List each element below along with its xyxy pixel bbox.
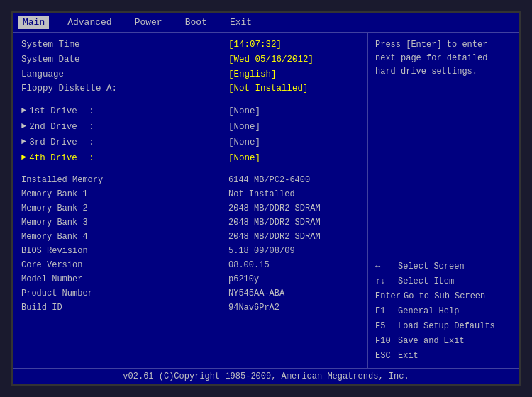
drive-1-arrow: ►: [21, 104, 26, 118]
drive-2-label: 2nd Drive: [29, 120, 86, 134]
shortcut-key-enter: Enter: [375, 290, 401, 303]
shortcut-f1: F1 General Help: [375, 305, 512, 318]
model-number-label: Model Number: [21, 273, 113, 286]
product-number-value: NY545AA-ABA: [228, 287, 365, 300]
drive-2-value[interactable]: [None]: [228, 120, 365, 134]
shortcut-key-arrows-ud: ↑↓: [375, 275, 395, 288]
memory-bank2-value: 2048 MB/DDR2 SDRAM: [228, 202, 365, 215]
floppy-row: Floppy Diskette A:: [21, 82, 217, 96]
drive-3-arrow: ►: [21, 135, 26, 149]
memory-bank2-row: Memory Bank 2: [21, 202, 217, 215]
core-version-row: Core Version: [21, 259, 217, 272]
shortcut-desc-f5: Load Setup Defaults: [398, 320, 495, 332]
core-version-label: Core Version: [21, 259, 113, 272]
monitor: Main Advanced Power Boot Exit System Tim…: [11, 11, 521, 386]
system-time-row: System Time: [21, 38, 217, 52]
system-date-label: System Date: [21, 53, 121, 67]
menu-item-boot[interactable]: Boot: [181, 16, 211, 29]
bios-screen: Main Advanced Power Boot Exit System Tim…: [13, 13, 519, 384]
system-date-row: System Date: [21, 53, 217, 67]
shortcut-key-arrows-lr: ↔: [375, 260, 395, 273]
memory-bank4-value: 2048 MB/DDR2 SDRAM: [228, 230, 365, 243]
drive-4-value[interactable]: [None]: [228, 151, 365, 165]
drive-2-arrow: ►: [21, 120, 26, 133]
shortcut-select-item: ↑↓ Select Item: [375, 275, 512, 288]
language-label: Language: [21, 68, 121, 82]
build-id-row: Build ID: [21, 301, 217, 314]
shortcut-f10: F10 Save and Exit: [375, 335, 512, 347]
menu-bar: Main Advanced Power Boot Exit: [13, 13, 519, 33]
middle-panel: [14:07:32] [Wed 05/16/2012] [English] [N…: [226, 33, 367, 368]
drive-1-value[interactable]: [None]: [228, 104, 365, 118]
drive-1-label: 1st Drive: [29, 104, 86, 118]
shortcut-desc-f10: Save and Exit: [398, 335, 465, 347]
core-version-value: 08.00.15: [228, 259, 365, 272]
installed-memory-row: Installed Memory: [21, 174, 217, 186]
build-id-label: Build ID: [21, 301, 113, 314]
system-date-value[interactable]: [Wed 05/16/2012]: [228, 53, 365, 67]
memory-bank1-value: Not Installed: [228, 188, 365, 201]
memory-bank3-row: Memory Bank 3: [21, 216, 217, 229]
menu-item-power[interactable]: Power: [131, 16, 167, 29]
memory-bank3-label: Memory Bank 3: [21, 216, 113, 229]
product-number-row: Product Number: [21, 287, 217, 300]
left-panel: System Time System Date Language Floppy …: [13, 33, 226, 368]
installed-memory-value: 6144 MB/PC2-6400: [228, 174, 365, 186]
build-id-value: 94Nav6PrA2: [228, 301, 365, 314]
floppy-value[interactable]: [Not Installed]: [228, 82, 365, 96]
drive-4-label: 4th Drive: [29, 151, 86, 165]
shortcut-key-f1: F1: [375, 305, 395, 318]
shortcut-enter: Enter Go to Sub Screen: [375, 290, 512, 303]
bios-revision-value: 5.18 09/08/09: [228, 245, 365, 257]
bios-revision-row: BIOS Revision: [21, 245, 217, 257]
system-time-label: System Time: [21, 38, 121, 52]
bios-revision-label: BIOS Revision: [21, 245, 113, 257]
memory-bank4-row: Memory Bank 4: [21, 230, 217, 243]
memory-bank4-label: Memory Bank 4: [21, 230, 113, 243]
content-area: System Time System Date Language Floppy …: [13, 33, 519, 368]
menu-item-main[interactable]: Main: [18, 16, 49, 29]
drive-3-value[interactable]: [None]: [228, 135, 365, 150]
memory-bank1-row: Memory Bank 1: [21, 188, 217, 201]
language-value[interactable]: [English]: [228, 68, 365, 82]
drive-3-row[interactable]: ► 3rd Drive :: [21, 135, 217, 150]
right-panel: Press [Enter] to enter next page for det…: [367, 33, 519, 368]
product-number-label: Product Number: [21, 287, 113, 300]
shortcut-desc-f1: General Help: [398, 305, 459, 318]
shortcut-desc-select-screen: Select Screen: [398, 260, 465, 273]
drive-1-row[interactable]: ► 1st Drive :: [21, 104, 217, 118]
menu-item-advanced[interactable]: Advanced: [63, 16, 116, 29]
drive-4-row[interactable]: ► 4th Drive :: [21, 151, 217, 165]
shortcut-desc-select-item: Select Item: [398, 275, 454, 288]
help-line1: Press [Enter] to enter: [375, 38, 512, 52]
model-number-value: p6210y: [228, 273, 365, 286]
shortcut-section: ↔ Select Screen ↑↓ Select Item Enter Go …: [375, 260, 512, 362]
shortcut-f5: F5 Load Setup Defaults: [375, 320, 512, 332]
menu-item-exit[interactable]: Exit: [226, 16, 256, 29]
help-line2: next page for detailed: [375, 52, 512, 65]
system-time-value[interactable]: [14:07:32]: [228, 38, 365, 52]
memory-bank3-value: 2048 MB/DDR2 SDRAM: [228, 216, 365, 229]
status-bar: v02.61 (C)Copyright 1985-2009, American …: [13, 368, 519, 384]
help-line3: hard drive settings.: [375, 65, 512, 79]
memory-bank2-label: Memory Bank 2: [21, 202, 113, 215]
shortcut-key-f10: F10: [375, 335, 395, 347]
shortcut-key-esc: ESC: [375, 350, 395, 362]
drive-4-arrow: ►: [21, 151, 26, 164]
drive-2-row[interactable]: ► 2nd Drive :: [21, 120, 217, 134]
shortcut-esc: ESC Exit: [375, 350, 512, 362]
shortcut-desc-esc: Exit: [398, 350, 419, 362]
help-text: Press [Enter] to enter next page for det…: [375, 38, 512, 79]
shortcut-select-screen: ↔ Select Screen: [375, 260, 512, 273]
floppy-label: Floppy Diskette A:: [21, 82, 121, 96]
installed-memory-label: Installed Memory: [21, 174, 113, 186]
shortcut-desc-go-sub: Go to Sub Screen: [404, 290, 485, 303]
shortcut-key-f5: F5: [375, 320, 395, 332]
drive-3-label: 3rd Drive: [29, 135, 86, 150]
status-bar-text: v02.61 (C)Copyright 1985-2009, American …: [123, 371, 409, 381]
model-number-row: Model Number: [21, 273, 217, 286]
memory-bank1-label: Memory Bank 1: [21, 188, 113, 201]
language-row: Language: [21, 68, 217, 82]
